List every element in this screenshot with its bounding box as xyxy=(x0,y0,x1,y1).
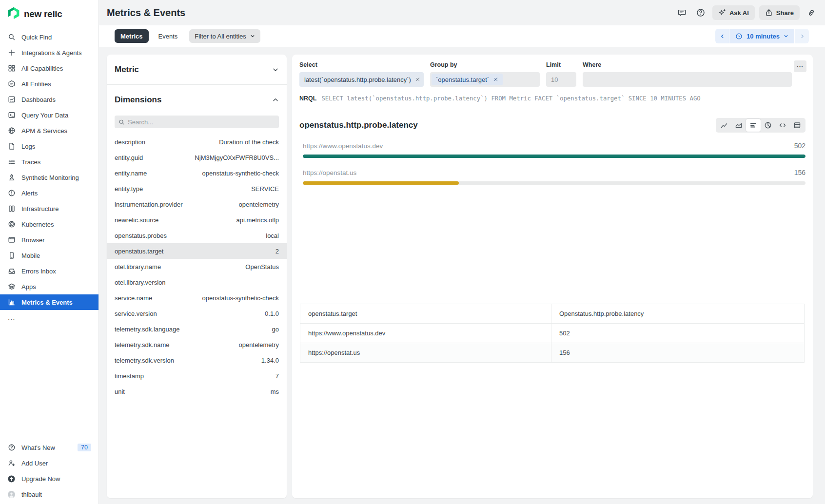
query-options-button[interactable]: ... xyxy=(794,60,806,72)
sidebar-item-user-account[interactable]: thibault xyxy=(0,486,98,502)
sidebar-item-apps[interactable]: Apps xyxy=(0,279,98,294)
sidebar-item-upgrade-now[interactable]: Upgrade Now xyxy=(0,471,98,486)
bar-chart-icon[interactable] xyxy=(746,119,761,132)
brand-logo[interactable]: new relic xyxy=(0,0,98,29)
avatar xyxy=(7,490,16,499)
phone-icon xyxy=(7,252,16,260)
sidebar-footer: What's New 70 Add User Upgrade Now thiba… xyxy=(0,435,98,504)
where-input[interactable] xyxy=(583,72,792,87)
chevron-right-icon xyxy=(800,34,805,39)
time-back-button[interactable] xyxy=(715,29,729,43)
sidebar-item-quick-find[interactable]: Quick Find xyxy=(0,29,98,45)
sidebar-item-integrations-agents[interactable]: Integrations & Agents xyxy=(0,45,98,60)
group-by-input[interactable]: `openstatus.target` xyxy=(430,72,540,87)
dimension-row[interactable]: otel.library.nameOpenStatus xyxy=(107,259,287,274)
share-button[interactable]: Share xyxy=(759,5,800,20)
sidebar-item-all-capabilities[interactable]: All Capabilities xyxy=(0,60,98,76)
dimension-row[interactable]: telemetry.sdk.nameopentelemetry xyxy=(107,337,287,352)
sidebar-item-browser[interactable]: Browser xyxy=(0,232,98,248)
dimensions-search xyxy=(115,116,279,128)
dimension-row[interactable]: unitms xyxy=(107,384,287,399)
sidebar-item-add-user[interactable]: Add User xyxy=(0,455,98,471)
dimension-row[interactable]: entity.nameopenstatus-synthetic-check xyxy=(107,165,287,181)
sidebar-item-all-entities[interactable]: All Entities xyxy=(0,76,98,92)
globe-icon xyxy=(7,127,16,135)
select-field: Select latest(`openstatus.http.probe.lat… xyxy=(299,61,424,87)
dimension-row[interactable]: service.nameopenstatus-synthetic-check xyxy=(107,290,287,306)
sidebar-item-mobile[interactable]: Mobile xyxy=(0,248,98,263)
inbox-icon xyxy=(7,267,16,275)
table-row[interactable]: https://www.openstatus.dev 502 xyxy=(300,324,805,343)
dimension-row[interactable]: timestamp7 xyxy=(107,368,287,384)
dimensions-section-header[interactable]: Dimensions xyxy=(107,85,287,115)
dimension-row[interactable]: instrumentation.provideropentelemetry xyxy=(107,196,287,212)
dimension-row-selected[interactable]: openstatus.target2 xyxy=(107,243,287,259)
table-icon[interactable] xyxy=(790,119,805,132)
layers-icon xyxy=(7,283,16,291)
dimension-row[interactable]: newrelic.sourceapi.metrics.otlp xyxy=(107,212,287,228)
help-icon xyxy=(696,8,705,17)
dimension-row[interactable]: openstatus.probeslocal xyxy=(107,228,287,243)
help-button[interactable] xyxy=(693,5,708,20)
dimension-row[interactable]: telemetry.sdk.version1.34.0 xyxy=(107,352,287,368)
dimension-row[interactable]: service.version0.1.0 xyxy=(107,306,287,321)
sidebar-item-metrics-events[interactable]: Metrics & Events xyxy=(0,294,98,310)
limit-label: Limit xyxy=(546,61,576,68)
sidebar-item-alerts[interactable]: Alerts xyxy=(0,185,98,201)
bar-category-label: https://www.openstatus.dev xyxy=(303,142,383,150)
dimension-row[interactable]: entity.guidNjM3MjgyOXxFWFR8U0VS... xyxy=(107,150,287,165)
sidebar-item-kubernetes[interactable]: Kubernetes xyxy=(0,216,98,232)
dimension-row[interactable]: descriptionDuration of the check xyxy=(107,134,287,150)
time-range-dropdown[interactable]: 10 minutes xyxy=(729,29,794,43)
remove-group-by-icon[interactable] xyxy=(493,77,498,82)
feedback-comment-button[interactable] xyxy=(674,5,689,20)
dimensions-list: descriptionDuration of the check entity.… xyxy=(107,134,287,399)
sidebar-item-query-your-data[interactable]: Query Your Data xyxy=(0,107,98,123)
sidebar-item-traces[interactable]: Traces xyxy=(0,154,98,170)
group-by-chip[interactable]: `openstatus.target` xyxy=(432,74,503,85)
metric-section-header[interactable]: Metric xyxy=(107,55,287,85)
tab-events[interactable]: Events xyxy=(158,33,178,40)
sidebar-item-infrastructure[interactable]: Infrastructure xyxy=(0,201,98,216)
sidebar-item-errors-inbox[interactable]: Errors Inbox xyxy=(0,263,98,279)
time-forward-button[interactable] xyxy=(795,29,809,43)
remove-select-icon[interactable] xyxy=(415,77,420,82)
user-plus-icon xyxy=(7,459,16,467)
bar-track[interactable] xyxy=(303,155,805,158)
sidebar-item-synthetic-monitoring[interactable]: Synthetic Monitoring xyxy=(0,170,98,185)
sparkle-icon xyxy=(718,9,726,17)
sidebar-item-apm-services[interactable]: APM & Services xyxy=(0,123,98,138)
dimension-row[interactable]: telemetry.sdk.languagego xyxy=(107,321,287,337)
sidebar-item-whats-new[interactable]: What's New 70 xyxy=(0,440,98,455)
comment-icon xyxy=(677,8,686,17)
entity-filter-dropdown[interactable]: Filter to All entities xyxy=(189,29,260,43)
nrql-label: NRQL xyxy=(299,95,316,102)
grid-icon xyxy=(7,64,16,73)
tab-metrics[interactable]: Metrics xyxy=(115,29,149,43)
area-chart-icon[interactable] xyxy=(731,119,746,132)
concentric-circles-icon xyxy=(7,220,16,229)
tab-strip: Metrics Events Filter to All entities 10… xyxy=(99,25,825,47)
dimension-row[interactable]: otel.library.version xyxy=(107,274,287,290)
pie-chart-icon[interactable] xyxy=(761,119,775,132)
ask-ai-button[interactable]: Ask AI xyxy=(712,5,755,20)
group-by-field: Group by `openstatus.target` xyxy=(430,61,540,87)
sidebar-more-button[interactable]: ... xyxy=(0,310,98,324)
dimensions-search-input[interactable] xyxy=(128,118,275,126)
table-header-row: openstatus.target Openstatus.http.probe.… xyxy=(300,304,805,324)
table-row[interactable]: https://openstat.us 156 xyxy=(300,343,805,363)
bar-row: https://openstat.us 156 xyxy=(303,169,805,185)
sidebar-item-dashboards[interactable]: Dashboards xyxy=(0,92,98,107)
copy-link-button[interactable] xyxy=(804,5,819,20)
limit-input[interactable]: 10 xyxy=(546,72,576,87)
code-icon[interactable] xyxy=(775,119,790,132)
page-title: Metrics & Events xyxy=(107,7,185,19)
dimension-row[interactable]: entity.typeSERVICE xyxy=(107,181,287,196)
new-relic-logo-icon xyxy=(7,7,20,21)
sidebar-item-logs[interactable]: Logs xyxy=(0,138,98,154)
line-chart-icon[interactable] xyxy=(717,119,731,132)
document-icon xyxy=(7,142,16,151)
select-chip[interactable]: latest(`openstatus.http.probe.latency`) xyxy=(299,72,424,87)
nrql-preview: NRQL SELECT latest(`openstatus.http.prob… xyxy=(299,95,805,102)
bar-track[interactable] xyxy=(303,181,805,185)
